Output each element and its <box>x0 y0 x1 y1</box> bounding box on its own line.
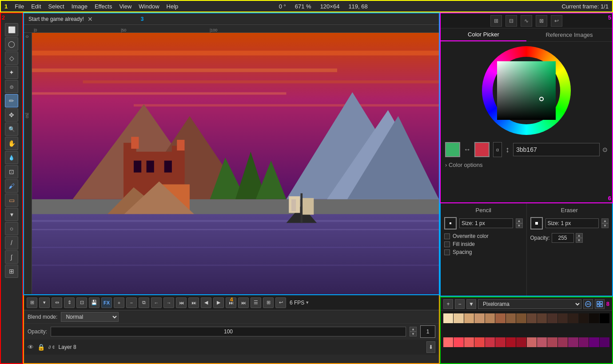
palette-name-select[interactable]: Pixelorama <box>478 299 581 309</box>
eraser-size-down[interactable]: ▼ <box>601 223 609 228</box>
snap-icon[interactable]: ⊞ <box>490 15 502 27</box>
list-btn[interactable]: ☰ <box>251 297 261 308</box>
wave-icon[interactable]: ∿ <box>521 15 532 27</box>
smudge-tool[interactable]: ○ <box>5 222 18 235</box>
palette-color-20[interactable] <box>485 337 495 347</box>
menu-help[interactable]: Help <box>167 3 179 10</box>
eraser-opacity-up[interactable]: ▲ <box>576 233 583 238</box>
palette-color-10[interactable] <box>547 313 557 323</box>
palette-color-5[interactable] <box>495 313 505 323</box>
palette-add-btn[interactable]: + <box>443 299 453 309</box>
palette-color-7[interactable] <box>516 313 526 323</box>
pencil-size-input[interactable] <box>459 218 513 228</box>
palette-color-27[interactable] <box>558 337 568 347</box>
palette-color-12[interactable] <box>568 313 578 323</box>
palette-color-9[interactable] <box>537 313 547 323</box>
goto-first-btn[interactable]: ⏮ <box>176 297 187 308</box>
palette-color-21[interactable] <box>495 337 505 347</box>
line-tool[interactable]: / <box>5 236 18 249</box>
palette-color-8[interactable] <box>527 313 537 323</box>
remove-btn[interactable]: − <box>126 297 137 308</box>
grid-icon[interactable]: ⊟ <box>506 15 517 27</box>
overwrite-color-checkbox[interactable] <box>444 233 450 239</box>
palette-color-23[interactable] <box>516 337 526 347</box>
curve-tool[interactable]: ∫ <box>5 250 18 264</box>
pencil-size-up[interactable]: ▲ <box>516 218 523 223</box>
palette-color-1[interactable] <box>454 313 463 323</box>
palette-color-16[interactable] <box>443 337 453 347</box>
menu-effects[interactable]: Effects <box>95 3 112 10</box>
brush-tool[interactable]: 🖌 <box>5 179 18 193</box>
menu-edit[interactable]: Edit <box>31 3 41 10</box>
palette-color-25[interactable] <box>537 337 547 347</box>
mirror-h-btn[interactable]: ⇔ <box>52 297 62 308</box>
opacity-down[interactable]: ▼ <box>410 332 417 336</box>
add-btn[interactable]: + <box>114 297 124 308</box>
palette-color-19[interactable] <box>474 337 484 347</box>
menu-file[interactable]: File <box>15 3 24 10</box>
menu-select[interactable]: Select <box>48 3 64 10</box>
fx-btn[interactable]: FX <box>101 297 112 308</box>
hex-input[interactable]: 3bb167 <box>513 143 600 156</box>
palette-color-17[interactable] <box>454 337 463 347</box>
palette-color-29[interactable] <box>579 337 589 347</box>
layer-link-icon[interactable]: ∂ ¢ <box>48 344 55 350</box>
spacing-checkbox[interactable] <box>444 249 450 255</box>
primary-color-swatch[interactable] <box>445 142 460 157</box>
play-btn[interactable]: ▶ <box>213 297 224 308</box>
goto-last-btn[interactable]: ⏭ <box>238 297 249 308</box>
palette-color-15[interactable] <box>600 313 609 323</box>
opacity-input[interactable] <box>51 327 406 336</box>
menu-window[interactable]: Window <box>139 3 159 10</box>
palette-color-28[interactable] <box>568 337 578 347</box>
color-wheel-wrapper[interactable] <box>482 46 571 135</box>
dropper-icon[interactable]: ↕ <box>506 145 510 154</box>
eraser-opacity-input[interactable] <box>552 233 574 243</box>
palette-grid-icon[interactable] <box>595 299 605 309</box>
palette-color-0[interactable] <box>443 313 453 323</box>
palette-down-btn[interactable]: ▼ <box>466 299 476 309</box>
save-btn[interactable]: 💾 <box>89 297 100 308</box>
palette-color-30[interactable] <box>589 337 599 347</box>
copy-hex-icon[interactable]: ⊙ <box>602 146 608 153</box>
palette-color-31[interactable] <box>600 337 609 347</box>
menu-image[interactable]: Image <box>72 3 88 10</box>
opacity-up[interactable]: ▲ <box>410 327 417 332</box>
pencil-size-down[interactable]: ▼ <box>516 223 523 228</box>
pan-tool[interactable]: ✋ <box>5 137 18 150</box>
move-left-btn[interactable]: ← <box>151 297 162 308</box>
menu-view[interactable]: View <box>119 3 131 10</box>
palette-color-6[interactable] <box>506 313 516 323</box>
undo-btn[interactable]: ↩ <box>275 297 286 308</box>
duplicate-btn[interactable]: ⧉ <box>139 297 149 308</box>
grid-btn[interactable]: ⊞ <box>263 297 274 308</box>
mirror-v-btn[interactable]: ⇕ <box>64 297 75 308</box>
tab-reference-images[interactable]: Reference Images <box>526 28 612 41</box>
new-frame-btn[interactable]: ⊞ <box>27 297 37 308</box>
palette-color-3[interactable] <box>474 313 484 323</box>
transform-tool[interactable]: ⊞ <box>5 265 18 278</box>
ellipse-select-tool[interactable]: ◯ <box>5 37 18 51</box>
pencil-tool pencil-active[interactable]: ✏ <box>5 94 18 107</box>
checker-icon[interactable]: ⊠ <box>536 15 547 27</box>
polygon-select-tool[interactable]: ◇ <box>5 51 18 65</box>
pixel-art-canvas[interactable] <box>32 33 439 294</box>
palette-color-24[interactable] <box>527 337 537 347</box>
eraser-tool[interactable]: ▭ <box>5 194 18 207</box>
blend-mode-select[interactable]: Normal <box>61 312 119 322</box>
palette-color-2[interactable] <box>464 313 474 323</box>
layer-visible-icon[interactable]: 👁 <box>28 344 34 351</box>
canvas-content[interactable] <box>32 33 439 294</box>
color-square[interactable] <box>497 61 556 120</box>
clone-frame-btn[interactable]: ⊡ <box>76 297 87 308</box>
fill-tool[interactable]: ▾ <box>5 208 18 221</box>
layer-collapse-btn[interactable]: ⬇ <box>426 341 435 353</box>
eraser-size-up[interactable]: ▲ <box>601 218 609 223</box>
lasso-tool[interactable]: ⌾ <box>5 80 18 93</box>
export-icon[interactable]: ↩ <box>551 15 562 27</box>
palette-color-14[interactable] <box>589 313 599 323</box>
magic-wand-tool[interactable]: ✦ <box>5 66 18 79</box>
move-tool[interactable]: ✥ <box>5 108 18 122</box>
palette-remove-btn[interactable]: − <box>455 299 465 309</box>
move-right-btn[interactable]: → <box>163 297 174 308</box>
